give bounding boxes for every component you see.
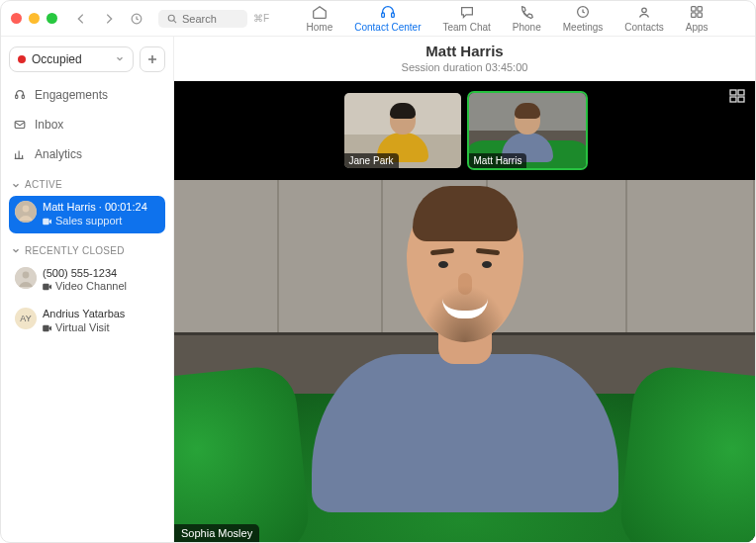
- status-dot-icon: [18, 55, 26, 63]
- svg-point-1: [168, 15, 174, 21]
- engagement-active-item[interactable]: Matt Harris · 00:01:24 Sales support: [9, 196, 165, 233]
- svg-point-14: [23, 206, 30, 213]
- svg-rect-7: [698, 7, 702, 11]
- main-video-feed: [174, 180, 755, 542]
- engagement-channel: Video Channel: [43, 280, 127, 294]
- call-title: Matt Harris: [174, 43, 755, 59]
- engagement-title: Matt Harris · 00:01:24: [43, 201, 147, 215]
- participant-name: Matt Harris: [469, 153, 527, 168]
- video-icon: [43, 283, 52, 291]
- nav-contacts[interactable]: Contacts: [624, 4, 663, 33]
- engagement-recent-item[interactable]: (500) 555-1234 Video Channel: [9, 262, 165, 300]
- headset-icon: [379, 4, 397, 20]
- inbox-icon: [13, 118, 27, 132]
- nav-meetings-label: Meetings: [563, 22, 604, 33]
- sidebar-item-label: Inbox: [35, 118, 63, 132]
- chat-icon: [458, 4, 476, 20]
- search-shortcut: ⌘F: [253, 13, 269, 24]
- top-nav: Home Contact Center Team Chat Phone Meet…: [269, 4, 745, 33]
- main-panel: Matt Harris Session duration 03:45:00 Ja…: [174, 37, 755, 542]
- nav-contact-center-label: Contact Center: [354, 22, 421, 33]
- sidebar-item-analytics[interactable]: Analytics: [9, 141, 165, 167]
- section-recent-header[interactable]: RECENTLY CLOSED: [9, 237, 165, 258]
- video-icon: [43, 218, 52, 226]
- video-area: Jane Park Matt Harris: [174, 81, 755, 542]
- avatar: AY: [15, 308, 37, 329]
- new-engagement-button[interactable]: [140, 46, 165, 72]
- history-button[interactable]: [125, 7, 148, 31]
- svg-rect-6: [692, 7, 696, 11]
- svg-point-5: [642, 8, 646, 12]
- call-header: Matt Harris Session duration 03:45:00: [174, 37, 755, 81]
- svg-rect-10: [16, 95, 18, 99]
- engagement-title: (500) 555-1234: [43, 267, 127, 281]
- speaker-figure: [307, 196, 623, 512]
- nav-home-label: Home: [307, 22, 333, 33]
- section-active-header[interactable]: ACTIVE: [9, 171, 165, 192]
- nav-home[interactable]: Home: [307, 4, 333, 33]
- avatar: [15, 201, 37, 223]
- svg-point-17: [23, 271, 30, 278]
- search-icon: [166, 13, 178, 25]
- layout-toggle-button[interactable]: [729, 89, 745, 106]
- svg-rect-19: [43, 324, 48, 330]
- nav-apps[interactable]: Apps: [686, 4, 709, 33]
- chevron-down-icon: [115, 52, 125, 66]
- participant-thumbnails: Jane Park Matt Harris: [344, 93, 586, 168]
- engagement-channel: Sales support: [43, 215, 147, 228]
- analytics-icon: [13, 147, 27, 161]
- search-box[interactable]: [158, 10, 247, 28]
- chevron-down-icon: [11, 180, 21, 190]
- video-icon: [43, 324, 52, 332]
- clock-icon: [574, 4, 592, 20]
- close-window[interactable]: [11, 13, 22, 24]
- titlebar: ⌘F Home Contact Center Team Chat Phone M…: [1, 1, 755, 37]
- section-label: ACTIVE: [25, 179, 62, 190]
- svg-rect-9: [698, 13, 702, 17]
- svg-rect-23: [738, 97, 744, 102]
- nav-team-chat-label: Team Chat: [442, 22, 490, 33]
- nav-contacts-label: Contacts: [624, 22, 663, 33]
- avatar: [15, 267, 37, 289]
- sidebar: Occupied Engagements Inbox Analytics: [1, 37, 174, 542]
- sidebar-item-inbox[interactable]: Inbox: [9, 112, 165, 137]
- nav-apps-label: Apps: [686, 22, 709, 33]
- engagement-title: Andrius Yatarbas: [43, 308, 125, 321]
- nav-forward-button[interactable]: [97, 7, 121, 31]
- participant-thumb[interactable]: Jane Park: [344, 93, 461, 168]
- search-input[interactable]: [182, 13, 232, 25]
- engagement-channel: Virtual Visit: [43, 321, 125, 335]
- window-controls: [11, 13, 57, 24]
- fullscreen-window[interactable]: [47, 13, 57, 24]
- phone-icon: [518, 4, 535, 20]
- session-duration: Session duration 03:45:00: [174, 61, 755, 73]
- nav-meetings[interactable]: Meetings: [563, 4, 604, 33]
- svg-rect-18: [43, 284, 48, 290]
- nav-back-button[interactable]: [69, 7, 93, 31]
- sidebar-item-engagements[interactable]: Engagements: [9, 82, 165, 108]
- svg-rect-8: [692, 13, 696, 17]
- svg-rect-12: [15, 122, 25, 129]
- sidebar-item-label: Engagements: [35, 88, 108, 102]
- chevron-down-icon: [11, 245, 21, 255]
- engagements-icon: [13, 88, 27, 102]
- nav-phone-label: Phone: [513, 22, 541, 33]
- contacts-icon: [635, 4, 653, 20]
- svg-rect-20: [730, 90, 736, 95]
- nav-contact-center[interactable]: Contact Center: [354, 4, 421, 33]
- apps-icon: [688, 4, 706, 20]
- nav-phone[interactable]: Phone: [513, 4, 541, 33]
- svg-rect-21: [738, 90, 744, 95]
- agent-status-label: Occupied: [32, 52, 82, 66]
- participant-thumb-self[interactable]: Matt Harris: [469, 93, 586, 168]
- agent-status-dropdown[interactable]: Occupied: [9, 46, 134, 72]
- active-speaker-name: Sophia Mosley: [174, 524, 259, 542]
- svg-rect-15: [43, 218, 48, 224]
- nav-team-chat[interactable]: Team Chat: [442, 4, 490, 33]
- home-icon: [311, 4, 329, 20]
- section-label: RECENTLY CLOSED: [25, 245, 125, 256]
- minimize-window[interactable]: [29, 13, 40, 24]
- engagement-recent-item[interactable]: AY Andrius Yatarbas Virtual Visit: [9, 303, 165, 340]
- sidebar-item-label: Analytics: [35, 147, 82, 161]
- svg-rect-22: [730, 97, 736, 102]
